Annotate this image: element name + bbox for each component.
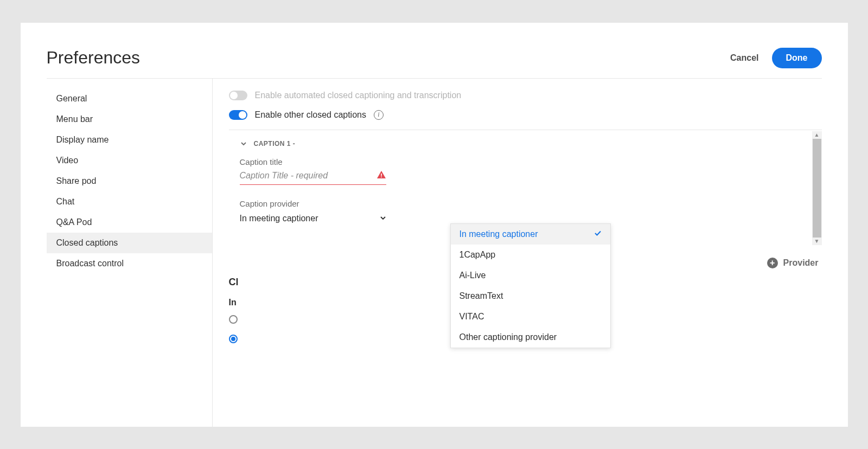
header-actions: Cancel Done [730, 48, 821, 68]
scroll-down-arrow-icon[interactable]: ▼ [812, 238, 822, 245]
toggle-automated-label: Enable automated closed captioning and t… [255, 91, 462, 100]
preferences-dialog: Preferences Cancel Done General Menu bar… [21, 23, 848, 427]
sidebar-item-general[interactable]: General [47, 88, 212, 109]
caption-provider-label: Caption provider [240, 199, 800, 208]
sidebar-item-closed-captions[interactable]: Closed captions [47, 233, 212, 253]
check-icon [594, 229, 602, 239]
caption-heading: CAPTION 1 - [254, 140, 296, 147]
scroll-up-arrow-icon[interactable]: ▲ [812, 131, 822, 139]
toggle-row-automated: Enable automated closed captioning and t… [229, 91, 822, 100]
provider-option-in-meeting-captioner[interactable]: In meeting captioner [451, 224, 610, 245]
main-panel: Enable automated closed captioning and t… [213, 79, 822, 427]
done-button[interactable]: Done [772, 48, 822, 68]
toggle-other-captions[interactable] [229, 110, 247, 120]
sidebar-item-chat[interactable]: Chat [47, 191, 212, 212]
plus-circle-icon: + [767, 258, 778, 268]
sidebar-item-broadcast-control[interactable]: Broadcast control [47, 253, 212, 274]
provider-option-label: Ai-Live [459, 271, 486, 280]
toggle-automated-captioning[interactable] [229, 91, 247, 100]
sidebar-item-display-name[interactable]: Display name [47, 130, 212, 150]
provider-option-other[interactable]: Other captioning provider [451, 327, 610, 348]
provider-dropdown: In meeting captioner 1CapApp Ai-Live Str… [450, 223, 611, 348]
info-icon[interactable]: i [374, 110, 384, 120]
provider-option-label: StreamText [459, 291, 503, 301]
provider-option-streamtext[interactable]: StreamText [451, 286, 610, 306]
radio-option-1[interactable] [229, 315, 238, 324]
sidebar-item-qa-pod[interactable]: Q&A Pod [47, 212, 212, 233]
caption-inner: CAPTION 1 - Caption title Caption provid… [229, 130, 822, 226]
caption-title-field [240, 170, 386, 185]
dialog-header: Preferences Cancel Done [47, 48, 822, 79]
toggle-row-other: Enable other closed captions i [229, 110, 822, 120]
toggle-knob [230, 92, 238, 99]
add-provider-label: Provider [783, 258, 819, 268]
provider-option-ai-live[interactable]: Ai-Live [451, 265, 610, 286]
provider-option-label: VITAC [459, 312, 484, 322]
sidebar: General Menu bar Display name Video Shar… [47, 79, 213, 427]
sidebar-item-video[interactable]: Video [47, 150, 212, 171]
chevron-down-icon [380, 214, 386, 223]
svg-rect-0 [381, 174, 382, 176]
provider-option-label: In meeting captioner [459, 229, 538, 239]
dialog-body: General Menu bar Display name Video Shar… [47, 79, 822, 427]
caption-heading-row[interactable]: CAPTION 1 - [240, 140, 800, 147]
scroll-thumb[interactable] [813, 139, 821, 238]
provider-option-vitac[interactable]: VITAC [451, 306, 610, 327]
radio-option-2[interactable] [229, 335, 238, 343]
provider-selected-value: In meeting captioner [240, 214, 318, 223]
toggle-knob [239, 111, 246, 119]
provider-option-label: 1CapApp [459, 250, 496, 260]
chevron-down-icon [240, 140, 247, 147]
warning-icon [376, 170, 386, 182]
sidebar-item-menu-bar[interactable]: Menu bar [47, 109, 212, 130]
caption-provider-select[interactable]: In meeting captioner [240, 211, 386, 226]
toggle-other-label: Enable other closed captions [255, 110, 366, 120]
provider-option-1capapp[interactable]: 1CapApp [451, 245, 610, 265]
page-title: Preferences [47, 48, 141, 68]
caption-title-input[interactable] [240, 171, 376, 181]
caption-title-label: Caption title [240, 157, 800, 166]
sidebar-item-share-pod[interactable]: Share pod [47, 171, 212, 191]
cancel-button[interactable]: Cancel [730, 53, 758, 63]
scrollbar[interactable]: ▲ ▼ [812, 131, 822, 245]
svg-rect-1 [381, 176, 382, 177]
add-provider-button[interactable]: + Provider [767, 258, 819, 268]
provider-option-label: Other captioning provider [459, 332, 557, 342]
